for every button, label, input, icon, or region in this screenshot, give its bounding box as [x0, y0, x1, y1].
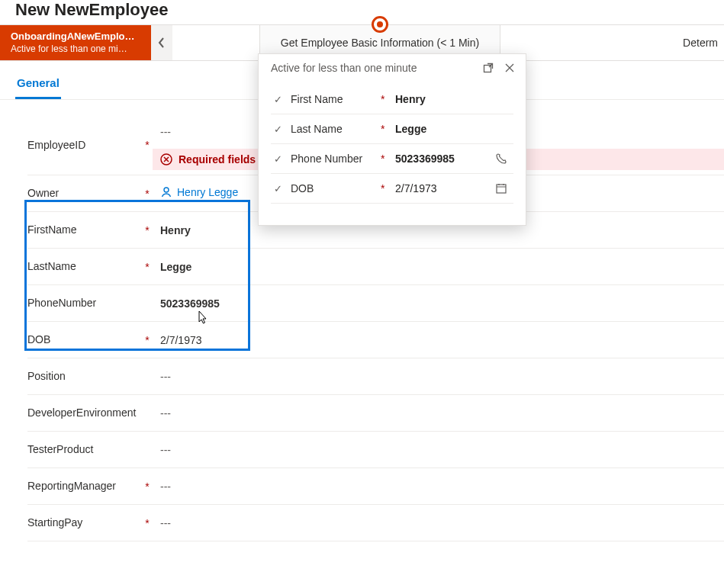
- fly-row-firstname: ✓ First Name * Henry: [271, 85, 513, 114]
- required-marker: *: [381, 182, 388, 194]
- stage-current-label: Get Employee Basic Information (< 1 Min): [281, 37, 479, 49]
- devenv-value[interactable]: ---: [153, 401, 724, 426]
- field-lastname: LastName * Legge: [27, 249, 724, 285]
- stage-active-name: OnboardingANewEmplo…: [11, 31, 140, 43]
- fly-firstname-label: First Name: [291, 93, 375, 105]
- dob-label: DOB: [27, 327, 142, 352]
- check-icon: ✓: [271, 153, 285, 165]
- stage-active[interactable]: OnboardingANewEmplo… Active for less tha…: [0, 25, 151, 60]
- dob-value[interactable]: 2/7/1973: [153, 328, 724, 352]
- required-marker: *: [381, 153, 388, 165]
- employee-id-label: EmployeeID: [27, 134, 142, 156]
- devenv-label: DeveloperEnvironment: [27, 400, 142, 426]
- owner-label: Owner: [27, 181, 142, 206]
- stage-next-label: Determ: [683, 37, 718, 49]
- phone-label: PhoneNumber: [27, 291, 142, 316]
- required-marker: *: [142, 139, 153, 151]
- close-icon: [504, 63, 515, 73]
- required-marker: *: [142, 261, 153, 273]
- phone-icon: [495, 153, 507, 165]
- required-marker: *: [142, 334, 153, 346]
- position-value[interactable]: ---: [153, 365, 724, 389]
- flyout-title: Active for less than one minute: [271, 62, 417, 74]
- required-marker: *: [142, 188, 153, 200]
- lastname-value[interactable]: Legge: [153, 255, 724, 279]
- field-tester: TesterProduct ---: [27, 432, 724, 468]
- tester-label: TesterProduct: [27, 437, 142, 462]
- stage-collapse-button[interactable]: [151, 25, 172, 60]
- tester-value[interactable]: ---: [153, 438, 724, 462]
- tab-general[interactable]: General: [15, 76, 61, 99]
- check-icon: ✓: [271, 94, 285, 105]
- required-marker: *: [142, 224, 153, 236]
- page-title: New NewEmployee: [0, 0, 724, 23]
- person-icon: [160, 186, 172, 198]
- field-pay: StartingPay * ---: [27, 505, 724, 541]
- svg-rect-3: [497, 185, 506, 193]
- error-text: Required fields: [179, 153, 256, 165]
- check-icon: ✓: [271, 124, 285, 135]
- error-circle-icon: [160, 153, 172, 165]
- fly-firstname-input[interactable]: Henry: [394, 91, 489, 108]
- calendar-icon: [495, 182, 507, 194]
- fly-phone-input[interactable]: 5023369985: [394, 150, 489, 167]
- owner-name: Henry Legge: [177, 186, 238, 198]
- position-label: Position: [27, 364, 142, 389]
- chevron-left-icon: [158, 37, 166, 48]
- phone-call-button[interactable]: [495, 153, 513, 165]
- fly-phone-label: Phone Number: [291, 153, 375, 165]
- required-marker: *: [381, 123, 388, 135]
- firstname-label: FirstName: [27, 217, 142, 243]
- fly-dob-input[interactable]: 2/7/1973: [394, 180, 489, 197]
- svg-point-1: [164, 188, 169, 192]
- field-dob: DOB * 2/7/1973: [27, 322, 724, 358]
- date-picker-button[interactable]: [495, 182, 513, 194]
- fly-lastname-input[interactable]: Legge: [394, 120, 489, 137]
- field-position: Position ---: [27, 358, 724, 395]
- fly-row-phone: ✓ Phone Number * 5023369985: [271, 144, 513, 174]
- field-phone: PhoneNumber 5023369985: [27, 285, 724, 322]
- owner-lookup[interactable]: Henry Legge: [160, 186, 238, 198]
- check-icon: ✓: [271, 183, 285, 194]
- fly-row-lastname: ✓ Last Name * Legge: [271, 114, 513, 144]
- stage-flyout: Active for less than one minute ✓ First …: [258, 53, 526, 226]
- required-marker: *: [142, 480, 153, 493]
- required-marker: *: [381, 93, 388, 105]
- required-marker: *: [142, 517, 153, 529]
- field-manager: ReportingManager * ---: [27, 468, 724, 505]
- field-devenv: DeveloperEnvironment ---: [27, 395, 724, 432]
- flyout-header: Active for less than one minute: [259, 54, 526, 79]
- stage-next[interactable]: Determ: [500, 25, 724, 60]
- stage-spacer: [172, 25, 259, 60]
- flyout-body: ✓ First Name * Henry ✓ Last Name * Legge…: [259, 79, 526, 225]
- pay-value[interactable]: ---: [153, 511, 724, 535]
- popout-button[interactable]: [483, 63, 494, 73]
- fly-lastname-label: Last Name: [291, 123, 375, 135]
- fly-dob-label: DOB: [291, 182, 375, 194]
- manager-value[interactable]: ---: [153, 474, 724, 499]
- lastname-label: LastName: [27, 254, 142, 279]
- stage-active-status: Active for less than one mi…: [11, 43, 140, 55]
- fly-row-dob: ✓ DOB * 2/7/1973: [271, 174, 513, 204]
- close-button[interactable]: [504, 63, 515, 73]
- popout-icon: [483, 63, 494, 73]
- manager-label: ReportingManager: [27, 474, 142, 499]
- phone-value[interactable]: 5023369985: [153, 291, 724, 316]
- pay-label: StartingPay: [27, 510, 142, 535]
- stage-progress-dot-icon: [372, 16, 388, 33]
